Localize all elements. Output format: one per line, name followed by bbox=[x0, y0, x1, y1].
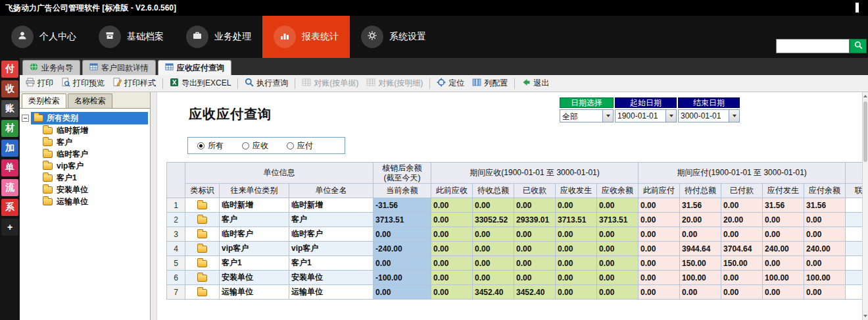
radio-all[interactable]: 所有 bbox=[197, 140, 224, 151]
radio-receivable[interactable]: 应收 bbox=[242, 140, 268, 151]
nav-item-report-statistics[interactable]: 报表统计 bbox=[262, 16, 350, 58]
cell-current-balance[interactable]: -240.00 bbox=[374, 242, 431, 256]
cell-receivable-0[interactable]: 0.00 bbox=[431, 285, 473, 300]
cell-category-icon[interactable] bbox=[185, 242, 220, 256]
cell-payable-3[interactable]: 100.00 bbox=[763, 271, 804, 285]
cell-payable-1[interactable]: 31.56 bbox=[680, 198, 721, 213]
toolbar-print-style[interactable]: 打印样式 bbox=[109, 76, 159, 90]
cell-receivable-3[interactable]: 3713.51 bbox=[556, 213, 597, 227]
cell-payable-1[interactable]: 150.00 bbox=[680, 256, 721, 271]
strip-button-receive[interactable]: 收 bbox=[1, 80, 18, 97]
cell-unit-name[interactable]: 安装单位 bbox=[289, 271, 374, 285]
panel-splitter[interactable] bbox=[151, 92, 157, 320]
strip-button-account[interactable]: 账 bbox=[1, 100, 18, 117]
chevron-down-icon[interactable] bbox=[665, 110, 676, 122]
cell-receivable-0[interactable]: 0.00 bbox=[431, 271, 473, 285]
cell-category[interactable]: 客户 bbox=[220, 213, 289, 227]
cell-unit-name[interactable]: 客户1 bbox=[289, 256, 374, 271]
cell-receivable-4[interactable]: 0.00 bbox=[597, 242, 639, 256]
cell-payable-3[interactable]: 0.00 bbox=[763, 285, 804, 300]
tab-receivable-payable-query[interactable]: 应收应付查询 bbox=[158, 60, 231, 75]
cell-receivable-3[interactable]: 0.00 bbox=[556, 256, 597, 271]
tree-item-transport-unit[interactable]: 运输单位 bbox=[22, 196, 148, 207]
toolbar-print[interactable]: 打印 bbox=[22, 76, 57, 90]
nav-item-system-settings[interactable]: 系统设置 bbox=[350, 16, 437, 58]
cell-payable-2[interactable]: 0.00 bbox=[721, 285, 763, 300]
panel-tab-category-search[interactable]: 类别检索 bbox=[22, 93, 66, 108]
cell-receivable-4[interactable]: 0.00 bbox=[597, 198, 639, 213]
cell-payable-3[interactable]: 0.00 bbox=[763, 256, 804, 271]
scroll-down-icon[interactable] bbox=[863, 312, 868, 320]
cell-category-icon[interactable] bbox=[185, 285, 220, 300]
cell-payable-2[interactable]: 0.00 bbox=[721, 198, 763, 213]
table-row[interactable]: 6安装单位安装单位-100.000.000.000.000.000.000.00… bbox=[167, 271, 863, 285]
toolbar-locate[interactable]: 定位 bbox=[433, 76, 468, 90]
cell-receivable-2[interactable]: 0.00 bbox=[514, 242, 556, 256]
toolbar-print-preview[interactable]: 打印预览 bbox=[58, 76, 108, 90]
cell-receivable-1[interactable]: 33052.52 bbox=[473, 213, 514, 227]
tree-root-item[interactable]: 所有类别 bbox=[31, 112, 148, 124]
cell-current-balance[interactable]: -100.00 bbox=[374, 271, 431, 285]
cell-current-balance[interactable]: 0.00 bbox=[374, 285, 431, 300]
tree-item-customer[interactable]: 客户 bbox=[22, 136, 148, 148]
cell-payable-4[interactable]: 0.00 bbox=[804, 227, 846, 242]
cell-payable-0[interactable]: 0.00 bbox=[639, 213, 680, 227]
cell-unit-name[interactable]: vip客户 bbox=[289, 242, 374, 256]
cell-payable-0[interactable]: 0.00 bbox=[639, 271, 680, 285]
cell-category-icon[interactable] bbox=[185, 271, 220, 285]
cell-category-icon[interactable] bbox=[185, 227, 220, 242]
cell-payable-0[interactable]: 0.00 bbox=[639, 198, 680, 213]
start-date-select[interactable]: 1900-01-01 bbox=[615, 109, 677, 122]
cell-category[interactable]: 运输单位 bbox=[220, 285, 289, 300]
cell-receivable-0[interactable]: 0.00 bbox=[431, 256, 473, 271]
cell-receivable-3[interactable]: 0.00 bbox=[556, 227, 597, 242]
strip-button-system[interactable]: 系 bbox=[1, 199, 18, 216]
cell-payable-4[interactable]: 240.00 bbox=[804, 242, 846, 256]
strip-button-pay[interactable]: 付 bbox=[1, 61, 18, 78]
tab-business-wizard[interactable]: 业务向导 bbox=[22, 60, 80, 75]
cell-receivable-1[interactable]: 0.00 bbox=[473, 256, 514, 271]
cell-receivable-2[interactable]: 0.00 bbox=[514, 271, 556, 285]
cell-payable-1[interactable]: 100.00 bbox=[680, 271, 721, 285]
table-row[interactable]: 2客户客户3713.510.0033052.5229339.013713.513… bbox=[167, 213, 863, 227]
cell-payable-2[interactable]: 20.00 bbox=[721, 213, 763, 227]
table-row[interactable]: 7运输单位运输单位0.000.003452.403452.400.000.000… bbox=[167, 285, 863, 300]
cell-receivable-3[interactable]: 0.00 bbox=[556, 271, 597, 285]
cell-payable-4[interactable]: 0.00 bbox=[804, 256, 846, 271]
toolbar-run-query[interactable]: 执行查询 bbox=[241, 76, 291, 90]
cell-receivable-3[interactable]: 0.00 bbox=[556, 285, 597, 300]
cell-current-balance[interactable]: 3713.51 bbox=[374, 213, 431, 227]
cell-category-icon[interactable] bbox=[185, 256, 220, 271]
cell-payable-2[interactable]: 0.00 bbox=[721, 271, 763, 285]
cell-payable-3[interactable]: 31.56 bbox=[763, 198, 804, 213]
tree-item-install-unit[interactable]: 安装单位 bbox=[22, 184, 148, 196]
cell-payable-1[interactable]: 0.00 bbox=[680, 227, 721, 242]
cell-current-balance[interactable]: 0.00 bbox=[374, 227, 431, 242]
cell-payable-2[interactable]: 0.00 bbox=[721, 227, 763, 242]
cell-category-icon[interactable] bbox=[185, 213, 220, 227]
cell-unit-name[interactable]: 运输单位 bbox=[289, 285, 374, 300]
cell-receivable-1[interactable]: 0.00 bbox=[473, 198, 514, 213]
table-row[interactable]: 5客户1客户10.000.000.000.000.000.000.00150.0… bbox=[167, 256, 863, 271]
tree-item-temp-new[interactable]: 临时新增 bbox=[22, 124, 148, 136]
search-input[interactable] bbox=[776, 39, 850, 53]
strip-button-order[interactable]: 单 bbox=[1, 159, 18, 176]
toolbar-column-config[interactable]: 列配置 bbox=[469, 76, 511, 90]
search-button[interactable] bbox=[850, 39, 867, 53]
strip-button-plus[interactable]: + bbox=[1, 219, 18, 236]
table-row[interactable]: 3临时客户临时客户0.000.000.000.000.000.000.000.0… bbox=[167, 227, 863, 242]
cell-payable-2[interactable]: 3704.64 bbox=[721, 242, 763, 256]
cell-receivable-1[interactable]: 0.00 bbox=[473, 227, 514, 242]
nav-item-base-archives[interactable]: 基础档案 bbox=[87, 16, 175, 58]
cell-receivable-2[interactable]: 3452.40 bbox=[514, 285, 556, 300]
cell-receivable-1[interactable]: 3452.40 bbox=[473, 285, 514, 300]
cell-payable-0[interactable]: 0.00 bbox=[639, 242, 680, 256]
cell-receivable-0[interactable]: 0.00 bbox=[431, 198, 473, 213]
toolbar-export-excel[interactable]: 导出到EXCEL bbox=[166, 76, 234, 90]
table-row[interactable]: 4vip客户vip客户-240.000.000.000.000.000.000.… bbox=[167, 242, 863, 256]
cell-receivable-2[interactable]: 29339.01 bbox=[514, 213, 556, 227]
end-date-select[interactable]: 3000-01-01 bbox=[678, 109, 740, 122]
radio-payable[interactable]: 应付 bbox=[287, 140, 313, 151]
table-row[interactable]: 1临时新增临时新增-31.560.000.000.000.000.000.003… bbox=[167, 198, 863, 213]
cell-category[interactable]: 安装单位 bbox=[220, 271, 289, 285]
